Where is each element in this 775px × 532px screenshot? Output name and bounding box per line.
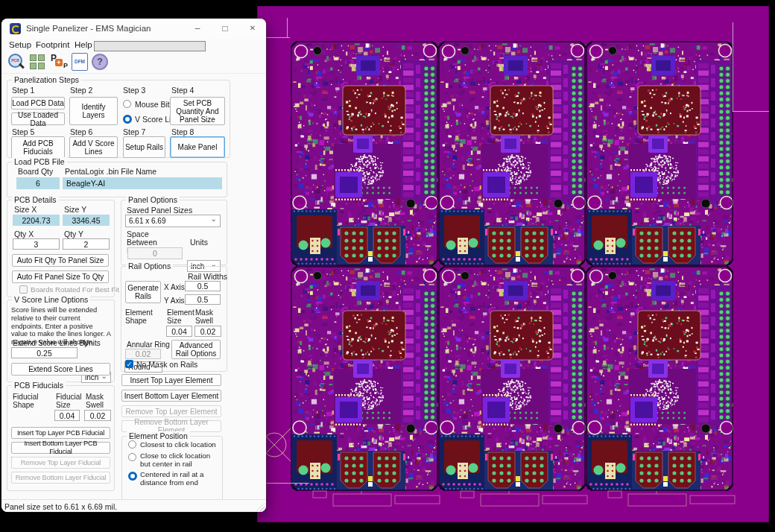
boards-rotated-label: Boards Rotated For Best Fit [31, 285, 119, 294]
x-axis-label: X Axis [164, 283, 185, 291]
centered-in-rail-label: Centered in rail at a distance from end [140, 470, 216, 487]
load-pcb-data-button[interactable]: Load PCB Data [11, 97, 65, 110]
board-qty-label: Board Qty [18, 167, 53, 176]
y-axis-rail-input[interactable]: 0.5 [185, 294, 221, 305]
file-name-value: BeagleY-AI [63, 177, 222, 189]
no-mask-on-rails-label: No Mask on Rails [136, 360, 197, 369]
menu-setup[interactable]: Setup [9, 40, 31, 49]
advanced-rail-options-button[interactable]: Advanced Rail Options [171, 340, 221, 359]
step8-label: Step 8 [171, 127, 194, 136]
step4-label: Step 4 [171, 86, 194, 95]
element-size-label: Element Size [167, 308, 198, 325]
boards-rotated-checkbox[interactable] [19, 285, 28, 294]
size-y-value: 3346.45 [63, 215, 110, 226]
annular-ring-label: Annular Ring [127, 341, 170, 349]
fiducial-mask-swell-label: Mask Swell [86, 393, 112, 409]
toolbar: PCB P + P DFM ? [1, 51, 266, 74]
remove-top-layer-element-button[interactable]: Remove Top Layer Element [121, 405, 221, 417]
pcb-search-icon[interactable]: PCB [7, 53, 25, 71]
size-x-value: 2204.73 [13, 215, 60, 226]
y-axis-label: Y Axis [164, 297, 185, 305]
element-size-input[interactable]: 0.04 [166, 326, 192, 337]
panel-grid-icon[interactable] [30, 53, 48, 72]
rail-mask-swell-label: Mask Swell [195, 308, 221, 325]
units-label: Units [190, 238, 208, 247]
close-center-rail-radio[interactable] [128, 453, 136, 461]
insert-top-fiducial-button[interactable]: Insert Top Layer PCB Fiducial [11, 427, 110, 439]
v-score-lines-radio[interactable] [123, 115, 132, 124]
fiducial-mask-swell-input[interactable]: 0.02 [84, 410, 111, 421]
resize-grip[interactable] [256, 503, 265, 511]
qty-x-input[interactable]: 3 [13, 238, 60, 250]
element-shape-label: Element Shape [125, 308, 159, 325]
insert-top-layer-element-button[interactable]: Insert Top Layer Element [121, 374, 221, 386]
rail-mask-swell-input[interactable]: 0.02 [194, 326, 221, 337]
set-pcb-quantity-button[interactable]: Set PCB Quantity And Panel Size [170, 97, 225, 125]
closest-to-click-radio[interactable] [128, 440, 136, 449]
close-center-rail-label: Close to click location but center in ra… [140, 452, 216, 468]
maximize-button[interactable]: □ [220, 23, 230, 34]
board-qty-value: 6 [16, 177, 60, 189]
v-score-units-label: Units [83, 339, 101, 347]
app-icon [10, 23, 21, 34]
centered-in-rail-radio[interactable] [128, 472, 137, 481]
title-bar[interactable]: Single Panelizer - EMS Magician – □ ✕ [1, 19, 266, 39]
fiducial-size-input[interactable]: 0.04 [54, 410, 80, 421]
add-v-score-lines-button[interactable]: Add V Score Lines [69, 136, 118, 158]
x-axis-rail-input[interactable]: 0.5 [185, 281, 221, 291]
size-x-label: Size X [14, 205, 37, 214]
use-loaded-data-button[interactable]: Use Loaded Data [11, 113, 65, 125]
extend-score-lines-by-label: Extend Score Lines By [13, 339, 88, 347]
space-between-boards-input[interactable]: 0 [127, 247, 183, 259]
window-title: Single Panelizer - EMS Magician [26, 24, 151, 33]
step3-label: Step 3 [123, 86, 145, 95]
step5-label: Step 5 [12, 127, 34, 136]
insert-bottom-layer-element-button[interactable]: Insert Bottom Layer Element [121, 390, 221, 402]
pcb-panel-preview[interactable] [257, 6, 769, 522]
mouse-bites-radio[interactable] [123, 100, 131, 108]
qty-y-label: Qty Y [64, 229, 83, 238]
app-window: Single Panelizer - EMS Magician – □ ✕ Se… [1, 19, 266, 512]
fiducial-shape-label: Fiducial Shape [13, 393, 44, 409]
menu-bar: Setup Footprint Help [1, 39, 266, 51]
rail-widths-label: Rail Widths [188, 272, 227, 281]
extend-score-lines-button[interactable]: Extend Score Lines [11, 363, 110, 376]
add-pcb-fiducials-button[interactable]: Add PCB Fiducials [11, 136, 65, 158]
auto-fit-qty-button[interactable]: Auto Fit Qty To Panel Size [12, 254, 109, 267]
help-icon[interactable]: ? [91, 53, 109, 71]
step2-label: Step 2 [70, 86, 92, 95]
remove-top-fiducial-button[interactable]: Remove Top Layer Fiducial [11, 457, 110, 469]
saved-panel-sizes-dropdown[interactable]: 6.61 x 6.69 [125, 215, 221, 227]
size-y-label: Size Y [64, 205, 86, 214]
qty-x-label: Qty X [14, 229, 34, 238]
menu-help[interactable]: Help [75, 40, 92, 49]
extend-score-lines-input[interactable]: 0.25 [11, 347, 78, 358]
insert-bottom-fiducial-button[interactable]: Insert Bottom Layer PCB Fiducial [11, 442, 110, 454]
close-button[interactable]: ✕ [247, 23, 258, 34]
no-mask-on-rails-checkbox[interactable]: ✓ [125, 360, 133, 368]
minimize-button[interactable]: – [192, 23, 203, 34]
menu-textbox[interactable] [94, 41, 206, 51]
qty-y-input[interactable]: 2 [63, 238, 110, 250]
auto-fit-panel-button[interactable]: Auto Fit Panel Size To Qty [12, 270, 109, 283]
pcb-panel-canvas[interactable] [257, 6, 769, 522]
make-panel-button[interactable]: Make Panel [170, 136, 225, 158]
menu-footprint[interactable]: Footprint [36, 40, 69, 49]
closest-to-click-label: Closest to click location [140, 440, 216, 449]
fiducial-size-label: Fiducial Size [56, 393, 86, 409]
generate-rails-button[interactable]: Generate Rails [125, 281, 161, 303]
saved-panel-sizes-label: Saved Panel Sizes [127, 206, 192, 215]
status-bar: Panel size set to 6.61 x 6.69 mil. [1, 499, 266, 512]
remove-bottom-fiducial-button[interactable]: Remove Bottom Layer Fiducial [11, 472, 110, 484]
pick-place-icon[interactable]: P + P [51, 53, 69, 71]
dfm-icon[interactable]: DFM [71, 53, 89, 71]
file-name-label: PentaLogix .bin File Name [65, 167, 156, 176]
step6-label: Step 6 [70, 127, 92, 136]
setup-rails-button[interactable]: Setup Rails [123, 136, 165, 158]
step1-label: Step 1 [12, 86, 34, 95]
step7-label: Step 7 [123, 127, 145, 136]
identify-layers-button[interactable]: Identify Layers [69, 97, 118, 125]
status-text: Panel size set to 6.61 x 6.69 mil. [4, 502, 117, 511]
annular-ring-input[interactable]: 0.02 [125, 349, 161, 359]
remove-bottom-layer-element-button[interactable]: Remove Bottom Layer Element [121, 420, 221, 432]
